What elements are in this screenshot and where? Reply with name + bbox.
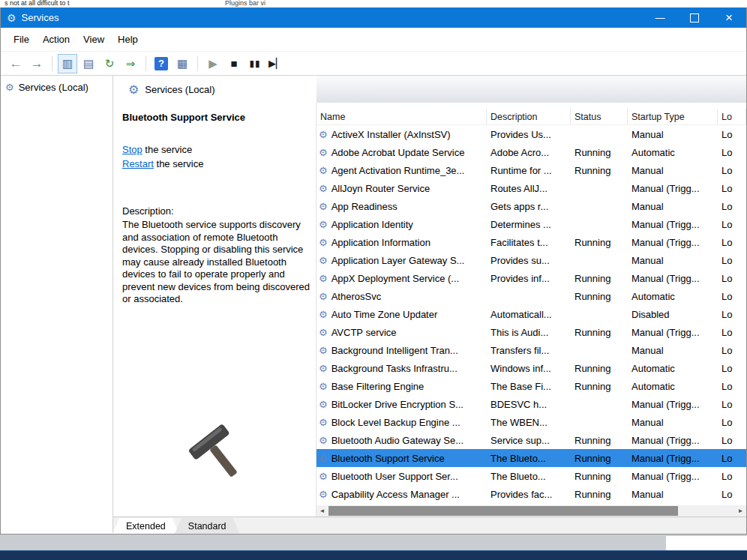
service-gear-icon: ⚙	[319, 219, 328, 230]
scrollbar-thumb[interactable]	[328, 506, 678, 516]
column-header-startup-type[interactable]: Startup Type	[628, 109, 718, 125]
maximize-button[interactable]	[677, 7, 712, 28]
pause-service-button[interactable]: ▮▮	[245, 54, 265, 73]
service-name: Bluetooth User Support Ser...	[332, 471, 458, 482]
start-service-button[interactable]: ▶	[203, 54, 223, 73]
service-row[interactable]: ⚙AllJoyn Router ServiceRoutes AllJ...Man…	[316, 179, 746, 197]
column-header-status[interactable]: Status	[571, 109, 628, 125]
service-gear-icon: ⚙	[319, 309, 328, 320]
service-row[interactable]: ⚙Application InformationFacilitates t...…	[316, 233, 746, 251]
service-startup-type: Manual (Trigg...	[628, 327, 718, 338]
column-header-lo[interactable]: Lo	[718, 109, 746, 125]
service-row[interactable]: ⚙Background Intelligent Tran...Transfers…	[316, 341, 746, 359]
service-description: Adobe Acro...	[487, 147, 571, 158]
column-header-label: Status	[574, 112, 601, 122]
help-button[interactable]: ?	[152, 54, 171, 73]
service-logon: Lo	[718, 183, 746, 194]
tab-standard[interactable]: Standard	[175, 518, 240, 534]
service-startup-type: Automatic	[628, 363, 718, 374]
service-name-cell: ⚙BitLocker Drive Encryption S...	[316, 399, 487, 410]
service-logon: Lo	[718, 435, 746, 446]
refresh-button[interactable]: ↻	[100, 54, 119, 73]
export-list-button[interactable]: ⇒	[121, 54, 140, 73]
column-header-label: Startup Type	[632, 112, 685, 122]
service-row[interactable]: ⚙Background Tasks Infrastru...Windows in…	[316, 359, 746, 377]
service-gear-icon: ⚙	[319, 417, 328, 428]
service-startup-type: Manual (Trigg...	[628, 219, 718, 230]
service-logon: Lo	[718, 273, 746, 284]
menu-item-action[interactable]: Action	[36, 34, 76, 45]
service-row[interactable]: ⚙ActiveX Installer (AxInstSV)Provides Us…	[316, 125, 746, 143]
restart-link-suffix: the service	[154, 158, 203, 169]
service-row[interactable]: ⚙Application Layer Gateway S...Provides …	[316, 251, 746, 269]
column-header-description[interactable]: Description	[487, 109, 571, 125]
forward-button[interactable]: →	[27, 54, 46, 73]
service-row[interactable]: ⚙Adobe Acrobat Update ServiceAdobe Acro.…	[316, 143, 746, 161]
service-row[interactable]: ⚙Auto Time Zone UpdaterAutomaticall...Di…	[316, 305, 746, 323]
service-status: Running	[571, 471, 628, 482]
service-startup-type: Disabled	[628, 309, 718, 320]
action-pane-button[interactable]: ▦	[172, 54, 192, 73]
service-name: AVCTP service	[332, 327, 397, 338]
close-button[interactable]: ×	[712, 7, 746, 28]
stop-service-button[interactable]: ■	[224, 54, 244, 73]
service-status: Running	[571, 489, 628, 500]
sort-ascending-icon: ˆ	[410, 109, 412, 115]
service-row[interactable]: ⚙Application IdentityDetermines ...Manua…	[316, 215, 746, 233]
service-status: Running	[571, 363, 628, 374]
service-startup-type: Manual (Trigg...	[628, 237, 718, 248]
minimize-button[interactable]: —	[643, 7, 677, 28]
service-gear-icon: ⚙	[319, 291, 328, 302]
service-gear-icon: ⚙	[319, 381, 328, 392]
show-console-tree-icon: ▥	[62, 57, 73, 70]
service-name-cell: ⚙Bluetooth User Support Ser...	[316, 471, 487, 482]
service-row[interactable]: ⚙App ReadinessGets apps r...ManualLo	[316, 197, 746, 215]
service-startup-type: Manual (Trigg...	[628, 453, 718, 464]
service-gear-icon: ⚙	[319, 129, 328, 140]
service-status: Running	[571, 147, 628, 158]
service-name-cell: ⚙AllJoyn Router Service	[316, 183, 487, 194]
back-icon: ←	[10, 56, 22, 71]
service-row[interactable]: ⚙Bluetooth User Support Ser...The Blueto…	[316, 467, 746, 485]
stop-service-link[interactable]: Stop	[122, 144, 142, 155]
restart-service-button[interactable]: ▶▏	[266, 54, 286, 73]
menu-bar: FileActionViewHelp	[1, 28, 746, 51]
column-header-name[interactable]: Nameˆ	[316, 109, 487, 125]
menu-item-file[interactable]: File	[7, 34, 36, 45]
menu-item-help[interactable]: Help	[111, 34, 145, 45]
service-row[interactable]: ⚙AVCTP serviceThis is Audi...RunningManu…	[316, 323, 746, 341]
service-row[interactable]: ⚙AtherosSvcRunningAutomaticLo	[316, 287, 746, 305]
service-row[interactable]: ⚙BitLocker Drive Encryption S...BDESVC h…	[316, 395, 746, 413]
restart-service-link[interactable]: Restart	[122, 158, 154, 169]
service-name: ActiveX Installer (AxInstSV)	[332, 129, 451, 140]
scroll-left-icon[interactable]: ◄	[316, 505, 328, 517]
service-gear-icon: ⚙	[319, 435, 328, 446]
horizontal-scrollbar[interactable]: ◄ ►	[316, 505, 746, 517]
scroll-right-icon[interactable]: ►	[735, 505, 746, 517]
service-logon: Lo	[718, 453, 746, 464]
service-row[interactable]: ⚙Agent Activation Runtime_3e...Runtime f…	[316, 161, 746, 179]
menu-item-view[interactable]: View	[76, 34, 111, 45]
service-gear-icon: ⚙	[319, 453, 328, 464]
service-name: Auto Time Zone Updater	[332, 309, 438, 320]
service-name: App Readiness	[332, 201, 398, 212]
service-row[interactable]: ⚙Capability Access Manager ...Provides f…	[316, 485, 746, 503]
service-row[interactable]: ⚙Base Filtering EngineThe Base Fi...Runn…	[316, 377, 746, 395]
service-name-cell: ⚙ActiveX Installer (AxInstSV)	[316, 129, 487, 140]
show-console-tree-button[interactable]: ▥	[58, 54, 77, 73]
tab-extended[interactable]: Extended	[112, 518, 179, 534]
back-button[interactable]: ←	[6, 54, 26, 73]
service-logon: Lo	[718, 399, 746, 410]
service-description: The Blueto...	[487, 471, 571, 482]
service-row[interactable]: ⚙AppX Deployment Service (...Provides in…	[316, 269, 746, 287]
tree-item-services-local[interactable]: ⚙ Services (Local)	[1, 79, 112, 95]
service-row[interactable]: ⚙Bluetooth Audio Gateway Se...Service su…	[316, 431, 746, 449]
service-row[interactable]: ⚙Bluetooth Support ServiceThe Blueto...R…	[316, 449, 746, 467]
service-name: BitLocker Drive Encryption S...	[332, 399, 464, 410]
service-name: Agent Activation Runtime_3e...	[332, 165, 465, 176]
content-pane: ⚙ Services (Local) Bluetooth Support Ser…	[113, 76, 746, 534]
service-gear-icon: ⚙	[319, 201, 328, 212]
service-description: Provides fac...	[487, 489, 571, 500]
properties-button[interactable]: ▤	[79, 54, 98, 73]
service-row[interactable]: ⚙Block Level Backup Engine ...The WBEN..…	[316, 413, 746, 431]
